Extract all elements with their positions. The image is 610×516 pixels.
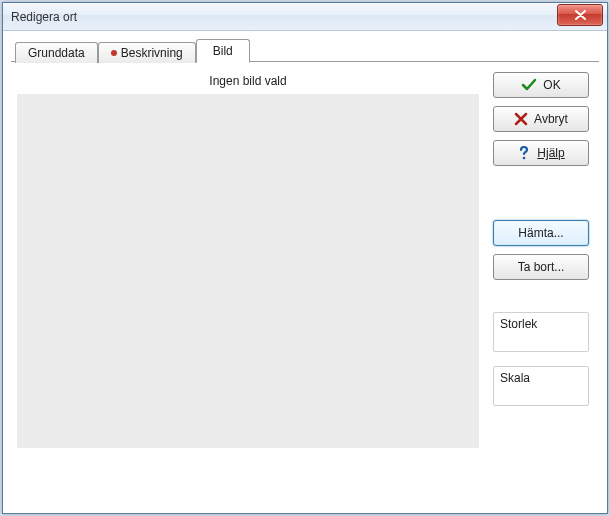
question-icon bbox=[517, 145, 531, 161]
no-image-label: Ingen bild vald bbox=[17, 74, 479, 88]
titlebar: Redigera ort bbox=[3, 3, 607, 31]
button-label: Ta bort... bbox=[518, 260, 565, 274]
scale-label: Skala bbox=[500, 371, 530, 385]
button-label: Hämta... bbox=[518, 226, 563, 240]
button-label: Avbryt bbox=[534, 112, 568, 126]
client-area: Grunddata Beskrivning Bild Ingen bild va… bbox=[3, 31, 607, 513]
button-label: Hjälp bbox=[537, 146, 564, 160]
fetch-button[interactable]: Hämta... bbox=[493, 220, 589, 246]
tab-grunddata[interactable]: Grunddata bbox=[15, 42, 98, 63]
cross-icon bbox=[514, 112, 528, 126]
modified-dot-icon bbox=[111, 50, 117, 56]
cancel-button[interactable]: Avbryt bbox=[493, 106, 589, 132]
size-label: Storlek bbox=[500, 317, 537, 331]
edit-location-dialog: Redigera ort Grunddata Beskrivning Bild … bbox=[2, 2, 608, 514]
image-preview bbox=[17, 94, 479, 448]
tab-bild[interactable]: Bild bbox=[196, 39, 250, 63]
button-label: OK bbox=[543, 78, 560, 92]
check-icon bbox=[521, 78, 537, 92]
window-title: Redigera ort bbox=[11, 10, 77, 24]
tab-beskrivning[interactable]: Beskrivning bbox=[98, 42, 196, 63]
help-button[interactable]: Hjälp bbox=[493, 140, 589, 166]
close-button[interactable] bbox=[557, 4, 603, 26]
remove-button[interactable]: Ta bort... bbox=[493, 254, 589, 280]
tab-label: Beskrivning bbox=[121, 46, 183, 60]
close-icon bbox=[575, 10, 586, 20]
tab-label: Grunddata bbox=[28, 46, 85, 60]
ok-button[interactable]: OK bbox=[493, 72, 589, 98]
svg-point-0 bbox=[523, 157, 526, 160]
tab-label: Bild bbox=[213, 44, 233, 58]
tabstrip: Grunddata Beskrivning Bild bbox=[15, 40, 599, 62]
size-field: Storlek bbox=[493, 312, 589, 352]
scale-field: Skala bbox=[493, 366, 589, 406]
